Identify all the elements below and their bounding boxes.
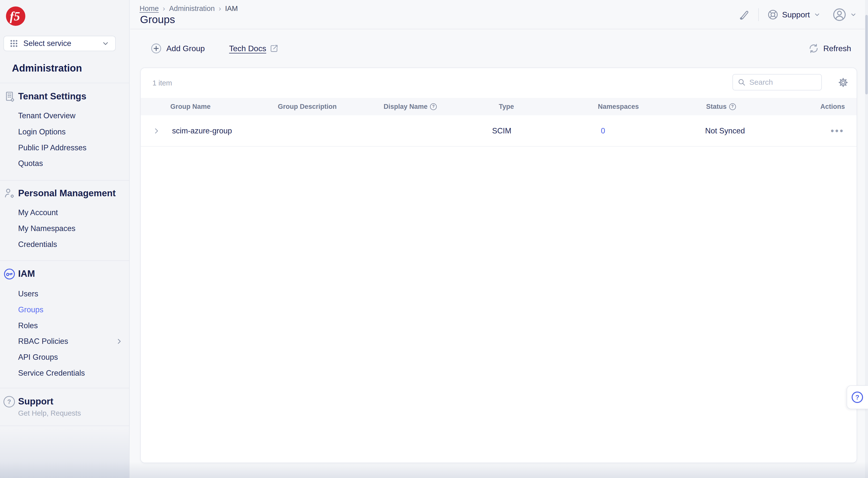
sidebar-section-tenant-settings[interactable]: Tenant Settings: [0, 90, 129, 103]
info-icon[interactable]: ?: [729, 103, 736, 110]
column-header-display-name[interactable]: Display Name ?: [383, 98, 437, 115]
column-header-type[interactable]: Type: [499, 98, 514, 115]
support-description: Get Help, Requests: [18, 409, 81, 417]
breadcrumb: Home › Administration › IAM: [140, 4, 238, 13]
scrollbar-thumb[interactable]: [865, 15, 868, 94]
account-menu[interactable]: [832, 7, 857, 22]
grid-icon: [9, 39, 19, 48]
table-row: scim-azure-group SCIM 0 Not Synced •••: [141, 115, 857, 147]
breadcrumb-administration[interactable]: Administration: [169, 4, 215, 13]
search-icon: [737, 78, 746, 86]
cell-type: SCIM: [492, 115, 512, 147]
page-header: Home › Administration › IAM Groups: [130, 0, 868, 29]
chevron-down-icon: [813, 11, 821, 19]
table-toolbar: 1 item: [141, 68, 857, 98]
add-group-label: Add Group: [166, 44, 205, 53]
service-selector-label: Select service: [23, 39, 71, 48]
plus-circle-icon: [151, 43, 162, 54]
header-controls: Support: [738, 0, 857, 29]
search-box: [733, 74, 822, 90]
refresh-button[interactable]: Refresh: [808, 43, 851, 54]
sidebar-title: Administration: [12, 62, 82, 74]
gear-icon: [838, 77, 849, 88]
divider: [0, 260, 129, 261]
sidebar-item-my-account[interactable]: My Account: [0, 207, 129, 218]
sidebar-item-login-options[interactable]: Login Options: [0, 126, 129, 138]
column-header-actions: Actions: [820, 98, 845, 115]
sidebar-bottom-gradient: [0, 428, 129, 478]
breadcrumb-iam: IAM: [225, 4, 238, 13]
building-gear-icon: [3, 90, 16, 102]
f5-logo[interactable]: f5: [6, 6, 25, 26]
cell-group-name: scim-azure-group: [172, 115, 232, 147]
row-actions-button[interactable]: •••: [825, 115, 850, 147]
sidebar-section-personal-management[interactable]: Personal Management: [0, 187, 129, 200]
breadcrumb-separator: ›: [219, 4, 221, 13]
column-header-namespaces[interactable]: Namespaces: [598, 98, 639, 115]
help-question-icon: ?: [851, 392, 863, 403]
cell-status: Not Synced: [705, 115, 745, 147]
lifebuoy-icon: [767, 9, 779, 20]
sidebar-item-my-namespaces[interactable]: My Namespaces: [0, 223, 129, 234]
sidebar-section-iam[interactable]: IAM: [0, 268, 129, 280]
app-root: f5 Select service Administration Tenant …: [0, 0, 868, 478]
sidebar-item-tenant-overview[interactable]: Tenant Overview: [0, 110, 129, 121]
divider: [0, 83, 129, 83]
info-icon[interactable]: ?: [430, 103, 437, 110]
divider: [0, 180, 129, 181]
sidebar-item-public-ip-addresses[interactable]: Public IP Addresses: [0, 142, 129, 153]
table-settings-button[interactable]: [838, 77, 849, 88]
sidebar-item-groups[interactable]: Groups: [0, 304, 129, 315]
chevron-down-icon: [849, 11, 857, 19]
column-header-group-name[interactable]: Group Name: [170, 98, 211, 115]
item-count: 1 item: [152, 79, 172, 87]
chevron-right-icon: [152, 126, 161, 136]
chevron-down-icon: [101, 39, 110, 48]
row-expander[interactable]: [152, 115, 161, 147]
column-header-group-description[interactable]: Group Description: [278, 98, 337, 115]
sidebar-item-credentials[interactable]: Credentials: [0, 239, 129, 250]
cell-namespaces-link[interactable]: 0: [601, 115, 605, 147]
divider: [0, 425, 129, 426]
add-group-button[interactable]: Add Group: [151, 43, 205, 54]
sidebar: f5 Select service Administration Tenant …: [0, 0, 130, 478]
tech-docs-label: Tech Docs: [229, 44, 266, 53]
sidebar-item-quotas[interactable]: Quotas: [0, 158, 129, 169]
breadcrumb-home[interactable]: Home: [140, 4, 159, 13]
search-input[interactable]: [749, 78, 817, 86]
user-gear-icon: [3, 187, 16, 199]
groups-table-card: 1 item Group Name Group De: [140, 67, 857, 463]
pen-icon: [738, 9, 750, 20]
support-menu[interactable]: Support: [767, 9, 821, 20]
sidebar-section-label: IAM: [18, 268, 35, 280]
column-header-status[interactable]: Status ?: [706, 98, 736, 115]
sidebar-item-users[interactable]: Users: [0, 289, 129, 299]
f5-logo-text: f5: [10, 10, 22, 22]
sidebar-section-label: Tenant Settings: [18, 90, 86, 102]
sidebar-item-rbac-policies[interactable]: RBAC Policies: [0, 336, 129, 347]
sidebar-section-support[interactable]: Support: [18, 395, 53, 408]
sidebar-item-service-credentials[interactable]: Service Credentials: [0, 368, 129, 379]
divider: [758, 8, 759, 21]
tech-docs-link[interactable]: Tech Docs: [229, 43, 279, 53]
sidebar-item-api-groups[interactable]: API Groups: [0, 352, 129, 363]
page-title: Groups: [140, 13, 175, 26]
question-circle-icon: ?: [3, 396, 15, 408]
main-area: Home › Administration › IAM Groups: [130, 0, 868, 478]
edit-pen-button[interactable]: [738, 9, 750, 20]
sidebar-item-roles[interactable]: Roles: [0, 320, 129, 331]
refresh-label: Refresh: [823, 44, 851, 53]
sidebar-section-label: Personal Management: [18, 187, 116, 200]
external-link-icon: [269, 43, 279, 53]
chevron-right-icon: [115, 337, 124, 346]
user-avatar-icon: [832, 7, 847, 22]
help-fab-button[interactable]: ?: [847, 385, 868, 409]
breadcrumb-separator: ›: [163, 4, 165, 13]
service-selector[interactable]: Select service: [3, 36, 116, 51]
ellipsis-icon: •••: [831, 126, 844, 136]
divider: [0, 388, 129, 388]
refresh-icon: [808, 43, 819, 54]
table-header-row: Group Name Group Description Display Nam…: [141, 98, 857, 115]
action-bar: Add Group Tech Docs Refresh: [130, 29, 868, 67]
key-icon: [3, 268, 16, 280]
